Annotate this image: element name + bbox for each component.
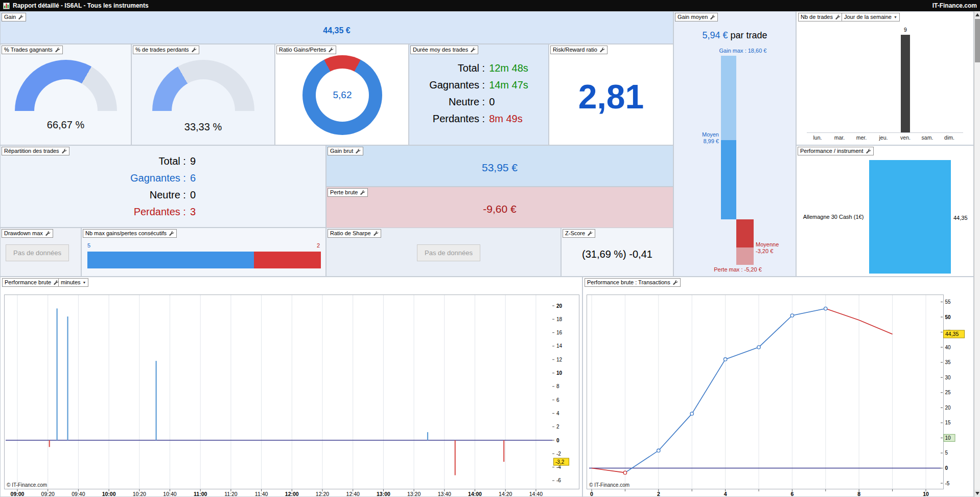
settings-wrench-icon[interactable]	[45, 231, 51, 236]
svg-text:11:40: 11:40	[255, 491, 268, 497]
settings-wrench-icon[interactable]	[866, 148, 871, 154]
repartition-table: Total :9 Gagnantes :6 Neutre :0 Perdante…	[130, 153, 196, 220]
settings-wrench-icon[interactable]	[672, 280, 678, 285]
consecutive-gains-bar	[87, 252, 254, 268]
settings-wrench-icon[interactable]	[360, 190, 365, 195]
repartition-row-value: 0	[190, 187, 196, 204]
chart-app-icon	[3, 3, 10, 9]
repartition-row-label: Neutre :	[130, 187, 186, 204]
instrument-name: Allemagne 30 Cash (1€)	[800, 214, 867, 220]
perf-instrument-label: Performance / instrument	[800, 148, 864, 154]
svg-text:-6: -6	[556, 478, 561, 483]
drawdown-header-chip: Drawdown max	[2, 229, 53, 238]
chevron-down-icon: ▼	[894, 15, 897, 19]
svg-text:15: 15	[945, 420, 951, 425]
repartition-header-chip: Répartition des trades	[2, 147, 69, 155]
svg-text:11:00: 11:00	[194, 491, 207, 497]
svg-text:2: 2	[657, 491, 660, 497]
svg-text:50: 50	[945, 314, 951, 320]
drawdown-no-data: Pas de données	[6, 244, 69, 261]
panel-zscore: Z-Score (31,69 %) -0,41	[561, 228, 673, 277]
gain-moyen-label: Gain moyen	[678, 14, 708, 20]
settings-wrench-icon[interactable]	[169, 231, 174, 236]
gain-value: 44,35 €	[323, 26, 350, 35]
svg-text:55: 55	[945, 299, 951, 305]
settings-wrench-icon[interactable]	[55, 47, 60, 53]
gain-moyen-bar-segment	[736, 247, 754, 265]
svg-text:6: 6	[556, 397, 559, 403]
perte-max-annotation: Perte max : -5,20 €	[684, 266, 791, 273]
settings-wrench-icon[interactable]	[61, 148, 67, 154]
settings-wrench-icon[interactable]	[835, 14, 841, 20]
panel-risk-reward: Risk/Reward ratio 2,81	[549, 44, 673, 145]
svg-text:lun.: lun.	[813, 134, 822, 141]
settings-wrench-icon[interactable]	[191, 47, 197, 53]
scroll-down-button[interactable]	[974, 490, 980, 497]
weekday-dropdown[interactable]: Jour de la semaine ▼	[842, 13, 900, 21]
pct-gagnants-label: % Trades gagnants	[4, 47, 53, 53]
svg-text:12:00: 12:00	[285, 491, 299, 497]
settings-wrench-icon[interactable]	[328, 47, 334, 53]
gain-label: Gain	[4, 14, 16, 20]
svg-text:ven.: ven.	[900, 134, 911, 141]
svg-text:8: 8	[857, 491, 860, 497]
settings-wrench-icon[interactable]	[599, 47, 605, 53]
gain-moyen-bar-segment	[721, 56, 736, 140]
svg-text:12:20: 12:20	[316, 491, 329, 497]
duree-row-value: 0	[489, 94, 528, 110]
moyenne-annotation-line2: -3,20 €	[756, 248, 792, 255]
settings-wrench-icon[interactable]	[587, 231, 593, 236]
svg-text:mer.: mer.	[856, 134, 867, 141]
repartition-row-label: Perdantes :	[130, 204, 186, 220]
perf-transactions-label: Performance brute : Transactions	[587, 279, 670, 286]
zscore-header-chip: Z-Score	[563, 229, 595, 238]
perte-brute-header-chip: Perte brute	[328, 188, 368, 197]
settings-wrench-icon[interactable]	[373, 231, 379, 236]
risk-reward-header-chip: Risk/Reward ratio	[550, 46, 608, 54]
duree-row-label: Total :	[429, 60, 485, 77]
settings-wrench-icon[interactable]	[355, 148, 361, 154]
panel-pct-gagnants: % Trades gagnants 66,67 %	[0, 44, 131, 145]
ratio-header-chip: Ratio Gains/Pertes	[276, 46, 336, 54]
gain-brut-header-chip: Gain brut	[328, 147, 363, 155]
sharpe-header-chip: Ratio de Sharpe	[328, 229, 381, 238]
settings-wrench-icon[interactable]	[710, 14, 715, 20]
lose-gauge	[152, 60, 254, 111]
consecutifs-label: Nb max gains/pertes consécutifs	[85, 230, 167, 237]
svg-text:09:40: 09:40	[72, 491, 85, 497]
risk-reward-value: 2,81	[578, 77, 644, 116]
svg-text:-3,2: -3,2	[555, 459, 565, 465]
scroll-up-button[interactable]	[974, 11, 980, 18]
svg-text:6: 6	[790, 491, 794, 497]
settings-wrench-icon[interactable]	[470, 47, 476, 53]
perf-instrument-header-chip: Performance / instrument	[798, 147, 874, 155]
svg-text:12:40: 12:40	[346, 491, 360, 497]
svg-text:20: 20	[945, 405, 951, 411]
ratio-value: 5,62	[333, 89, 352, 101]
timeframe-dropdown[interactable]: minutes ▼	[58, 278, 88, 287]
svg-text:0: 0	[556, 438, 559, 443]
brand-label: IT-Finance.com	[932, 2, 977, 9]
scroll-up-arrow-icon	[975, 13, 979, 16]
panel-consecutifs: Nb max gains/pertes consécutifs 5 2	[81, 228, 326, 277]
svg-text:-5: -5	[945, 481, 950, 486]
duree-row-label: Neutre :	[429, 94, 485, 110]
svg-text:dim.: dim.	[944, 134, 954, 141]
svg-text:12: 12	[556, 357, 563, 363]
svg-text:44,35: 44,35	[945, 331, 959, 337]
scroll-down-arrow-icon	[975, 492, 979, 495]
repartition-label: Répartition des trades	[4, 148, 59, 154]
ratio-label: Ratio Gains/Pertes	[279, 47, 326, 53]
window-title: Rapport détaillé - IS6AL - Tous les inst…	[13, 2, 149, 9]
repartition-row-value: 9	[190, 153, 196, 170]
svg-text:4: 4	[724, 491, 727, 497]
titlebar: Rapport détaillé - IS6AL - Tous les inst…	[0, 0, 980, 11]
scrollbar-thumb[interactable]	[975, 19, 980, 62]
detailed-report-window: Rapport détaillé - IS6AL - Tous les inst…	[0, 0, 980, 497]
vertical-scrollbar[interactable]	[974, 11, 980, 497]
svg-text:40: 40	[945, 345, 951, 350]
pct-perdants-label: % de trades perdants	[135, 47, 189, 53]
weekday-dropdown-value: Jour de la semaine	[844, 14, 892, 20]
sharpe-no-data: Pas de données	[417, 244, 480, 261]
settings-wrench-icon[interactable]	[18, 14, 24, 20]
